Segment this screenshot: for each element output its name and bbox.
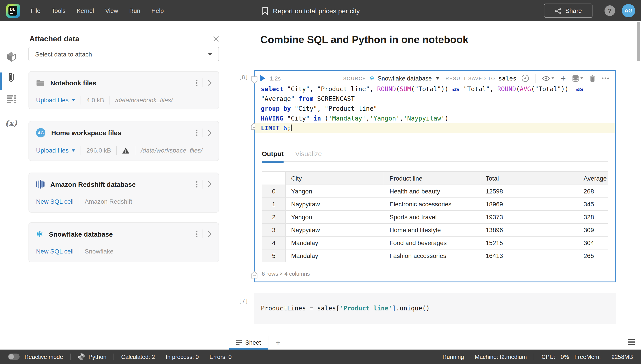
database-button[interactable] — [572, 74, 583, 82]
sheet-menu-button[interactable] — [628, 339, 635, 347]
card-amazon-redshift[interactable]: Amazon Redshift database New SQL cell — [29, 172, 219, 212]
code-line: group by "City", "Product line" — [255, 104, 615, 114]
table-cell: Mandalay — [285, 236, 384, 249]
reactive-mode-toggle[interactable] — [8, 354, 20, 360]
card-home-workspace-files[interactable]: AG Home workspace files Upload f — [29, 121, 219, 161]
source-name: Snowflake database — [378, 75, 432, 82]
fold-handle-icon[interactable] — [250, 271, 257, 279]
menu-item-help[interactable]: Help — [151, 7, 164, 14]
fold-handle-icon[interactable] — [250, 76, 257, 84]
python-cell[interactable]: ProductLines = sales['Product line'].uni… — [254, 292, 616, 324]
kebab-menu-icon[interactable] — [196, 130, 198, 136]
row-index: 0 — [262, 185, 285, 198]
menu-item-view[interactable]: View — [105, 7, 118, 14]
table-row: 5MandalayFashion accessories16413265 — [262, 249, 608, 262]
card-title: Amazon Redshift database — [50, 180, 196, 188]
kebab-menu-icon[interactable] — [196, 80, 198, 86]
row-index: 2 — [262, 210, 285, 224]
table-cell: 18969 — [480, 198, 578, 210]
sql-cell[interactable]: 1.2s SOURCE ❄ Snowflake database RESULT … — [254, 70, 616, 282]
help-button[interactable]: ? — [604, 5, 615, 16]
card-notebook-files[interactable]: Notebook files Upload files — [29, 71, 219, 110]
menu-item-file[interactable]: File — [31, 7, 41, 14]
files-size: 4.0 kB — [86, 96, 104, 104]
chevron-down-icon — [208, 53, 212, 55]
upload-files-link[interactable]: Upload files — [36, 147, 75, 154]
chevron-down-icon — [552, 78, 554, 79]
datalore-app: DL File Tools Kernel View Run Help Repor… — [0, 0, 641, 364]
card-snowflake[interactable]: ❄ Snowflake database New SQL cel — [29, 222, 219, 262]
upload-files-link[interactable]: Upload files — [36, 96, 75, 104]
python-icon — [78, 353, 85, 360]
run-cell-button[interactable] — [260, 75, 265, 82]
row-index: 4 — [262, 236, 285, 249]
menu-item-run[interactable]: Run — [129, 7, 140, 14]
row-index: 5 — [262, 249, 285, 262]
row-index: 3 — [262, 224, 285, 236]
select-data-dropdown[interactable]: Select data to attach — [29, 47, 219, 61]
tab-sheet[interactable]: Sheet — [229, 336, 268, 349]
divider — [203, 230, 203, 238]
table-cell: 268 — [578, 185, 608, 198]
machine-type: Machine: t2.medium — [475, 353, 527, 360]
rail-item-variables[interactable]: (x) — [0, 118, 22, 128]
chevron-right-icon[interactable] — [208, 130, 211, 136]
menu-bar: File Tools Kernel View Run Help — [31, 7, 164, 14]
table-cell: Fashion accessories — [384, 249, 480, 262]
chevron-down-icon — [72, 99, 75, 101]
chevron-right-icon[interactable] — [208, 181, 211, 187]
reactive-mode-label: Reactive mode — [25, 353, 63, 360]
new-sql-cell-link[interactable]: New SQL cell — [36, 198, 74, 205]
table-cell: Naypyitaw — [285, 224, 384, 236]
code-line: ProductLines = sales['Product line'].uni… — [255, 303, 615, 313]
divider — [81, 146, 81, 155]
divider — [534, 353, 534, 360]
topbar-actions: Share ? AG — [544, 0, 641, 21]
source-selector[interactable]: SOURCE ❄ Snowflake database — [343, 75, 439, 82]
rail-item-table-of-contents[interactable] — [0, 95, 22, 104]
kebab-menu-icon[interactable] — [196, 181, 198, 188]
divider — [203, 180, 203, 188]
table-cell: 345 — [578, 198, 608, 210]
chevron-right-icon[interactable] — [208, 80, 211, 86]
sheet-icon — [236, 340, 242, 345]
panel-close-button[interactable] — [213, 36, 219, 44]
chevron-down-icon — [72, 149, 75, 152]
vertical-scrollbar[interactable] — [637, 22, 640, 61]
rail-item-environment[interactable] — [0, 52, 22, 62]
avatar[interactable]: AG — [622, 4, 635, 17]
python-code-editor[interactable]: ProductLines = sales['Product line'].uni… — [255, 303, 615, 313]
chevron-right-icon[interactable] — [208, 231, 211, 237]
notebook-area: Combine SQL and Python in one notebook [… — [229, 21, 641, 349]
new-sql-cell-link[interactable]: New SQL cell — [36, 248, 74, 255]
datalore-logo-icon[interactable]: DL — [6, 4, 20, 18]
code-line: select "City", "Product line", ROUND(SUM… — [255, 84, 615, 94]
sql-code-editor[interactable]: select "City", "Product line", ROUND(SUM… — [255, 84, 615, 133]
menu-item-kernel[interactable]: Kernel — [77, 7, 94, 14]
add-cell-button[interactable]: + — [561, 73, 566, 84]
kebab-menu-icon[interactable] — [196, 230, 198, 237]
table-cell: 304 — [578, 236, 608, 249]
visibility-button[interactable] — [542, 76, 554, 81]
menu-item-tools[interactable]: Tools — [52, 7, 66, 14]
card-title: Notebook files — [50, 79, 196, 86]
folder-icon — [36, 80, 45, 86]
cell-exec-count: [7] — [239, 298, 248, 304]
sheet-tab-label: Sheet — [245, 339, 261, 346]
explore-dataframe-icon[interactable] — [521, 74, 529, 82]
rail-item-attached-data[interactable] — [0, 72, 22, 83]
divider — [81, 96, 81, 104]
tab-output[interactable]: Output — [262, 150, 283, 158]
output-tabs: Output Visualize — [262, 150, 608, 162]
cpu-value: 0% — [561, 353, 569, 360]
new-sql-cell-label: New SQL cell — [36, 248, 74, 255]
tab-visualize[interactable]: Visualize — [295, 150, 322, 158]
table-cell: 19373 — [480, 210, 578, 224]
files-size: 296.0 kB — [86, 147, 111, 154]
add-sheet-button[interactable]: + — [275, 338, 280, 347]
content-area: (x) Attached data Select data to attach — [0, 21, 641, 349]
share-button[interactable]: Share — [544, 4, 592, 18]
more-options-button[interactable] — [602, 78, 609, 79]
eye-icon — [542, 76, 550, 81]
delete-cell-button[interactable] — [589, 75, 596, 82]
